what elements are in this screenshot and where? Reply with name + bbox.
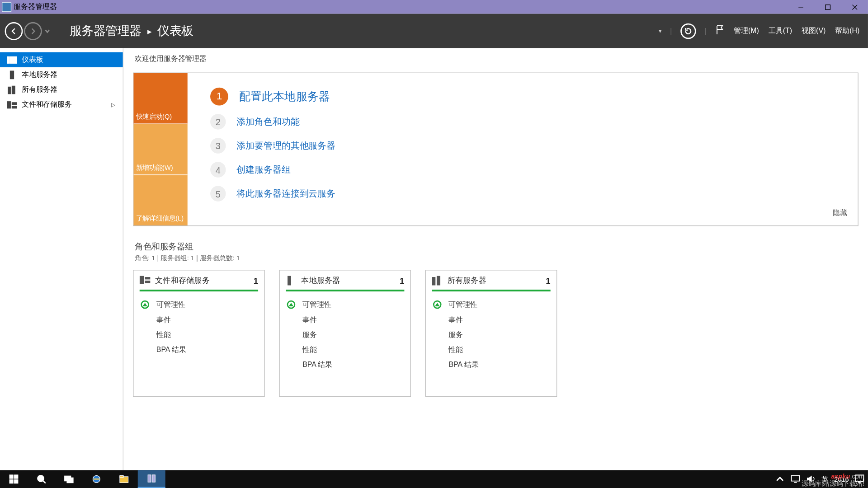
notifications-flag-icon[interactable] bbox=[715, 24, 726, 37]
header-dropdown-icon[interactable]: ▾ bbox=[659, 28, 662, 34]
card-row[interactable]: 服务 bbox=[432, 328, 550, 343]
step-label: 将此服务器连接到云服务 bbox=[236, 188, 335, 199]
nav-back-button[interactable] bbox=[5, 22, 23, 40]
svg-rect-7 bbox=[7, 101, 11, 108]
expand-icon[interactable]: ▷ bbox=[111, 102, 115, 108]
tray-ime[interactable]: 英 bbox=[821, 474, 828, 483]
step-number: 3 bbox=[210, 138, 226, 154]
search-button[interactable] bbox=[28, 470, 55, 488]
card-row[interactable]: 事件 bbox=[432, 312, 550, 327]
task-view-button[interactable] bbox=[55, 470, 83, 488]
role-card[interactable]: 本地服务器1可管理性事件服务性能BPA 结果 bbox=[279, 270, 411, 397]
step-configure-local[interactable]: 1 配置此本地服务器 bbox=[210, 88, 842, 106]
breadcrumb-separator-icon: ▸ bbox=[147, 26, 151, 36]
window-title: 服务器管理器 bbox=[14, 2, 787, 12]
hide-link[interactable]: 隐藏 bbox=[833, 208, 847, 218]
step-connect-cloud[interactable]: 5 将此服务器连接到云服务 bbox=[210, 186, 842, 202]
svg-rect-15 bbox=[437, 276, 440, 285]
status-icon bbox=[433, 315, 443, 324]
card-row[interactable]: 服务 bbox=[286, 328, 404, 343]
status-icon bbox=[141, 330, 150, 340]
sidebar-item-file-storage[interactable]: 文件和存储服务 ▷ bbox=[0, 97, 123, 112]
taskbar-ie-icon[interactable] bbox=[83, 470, 110, 488]
tray-up-icon[interactable] bbox=[775, 474, 784, 484]
refresh-button[interactable] bbox=[680, 23, 696, 39]
svg-rect-26 bbox=[148, 475, 151, 482]
taskbar-explorer-icon[interactable] bbox=[110, 470, 138, 488]
svg-rect-8 bbox=[12, 102, 17, 104]
tile-quickstart[interactable]: 快速启动(Q) bbox=[133, 73, 187, 124]
card-row[interactable]: BPA 结果 bbox=[286, 357, 404, 372]
tray-volume-icon[interactable] bbox=[806, 474, 816, 484]
card-row[interactable]: 事件 bbox=[286, 312, 404, 327]
tile-whatsnew[interactable]: 新增功能(W) bbox=[133, 124, 187, 175]
sidebar: 仪表板 本地服务器 所有服务器 文件和存储服务 ▷ bbox=[0, 48, 123, 470]
card-row[interactable]: 性能 bbox=[286, 343, 404, 357]
step-add-roles[interactable]: 2 添加角色和功能 bbox=[210, 114, 842, 130]
breadcrumb-app[interactable]: 服务器管理器 bbox=[70, 23, 142, 39]
svg-rect-12 bbox=[145, 281, 151, 283]
card-count: 1 bbox=[254, 276, 258, 285]
role-cards: 文件和存储服务1可管理性事件性能BPA 结果本地服务器1可管理性事件服务性能BP… bbox=[133, 270, 859, 397]
card-row[interactable]: 可管理性 bbox=[286, 297, 404, 312]
card-count: 1 bbox=[400, 276, 404, 285]
svg-rect-28 bbox=[791, 476, 799, 481]
step-create-group[interactable]: 4 创建服务器组 bbox=[210, 162, 842, 178]
menu-tools[interactable]: 工具(T) bbox=[769, 26, 792, 36]
welcome-steps: 1 配置此本地服务器 2 添加角色和功能 3 添加要管理的其他服务器 4 创建服… bbox=[188, 73, 858, 225]
menu-help[interactable]: 帮助(H) bbox=[835, 26, 859, 36]
taskbar-server-manager-icon[interactable] bbox=[138, 470, 165, 488]
status-icon bbox=[287, 300, 297, 310]
card-row[interactable]: 可管理性 bbox=[432, 297, 550, 312]
card-row[interactable]: 可管理性 bbox=[140, 297, 258, 312]
minimize-button[interactable] bbox=[787, 0, 814, 14]
card-row-label: 事件 bbox=[448, 315, 463, 325]
status-icon bbox=[141, 315, 150, 324]
role-card[interactable]: 所有服务器1可管理性事件服务性能BPA 结果 bbox=[425, 270, 557, 397]
window-titlebar: 服务器管理器 bbox=[0, 0, 868, 14]
svg-rect-14 bbox=[432, 277, 435, 286]
card-icon bbox=[140, 276, 151, 285]
card-title: 本地服务器 bbox=[301, 275, 340, 286]
menu-view[interactable]: 视图(V) bbox=[802, 26, 826, 36]
menu-manage[interactable]: 管理(M) bbox=[734, 26, 759, 36]
nav-forward-button[interactable] bbox=[24, 22, 42, 40]
card-row-label: 可管理性 bbox=[156, 300, 185, 310]
close-button[interactable] bbox=[841, 0, 868, 14]
start-button[interactable] bbox=[0, 470, 28, 488]
status-icon bbox=[433, 345, 443, 355]
breadcrumb-page[interactable]: 仪表板 bbox=[157, 23, 193, 39]
card-icon bbox=[286, 276, 297, 285]
role-card[interactable]: 文件和存储服务1可管理性事件性能BPA 结果 bbox=[133, 270, 265, 397]
tray-network-icon[interactable] bbox=[790, 474, 800, 484]
tray-date[interactable]: 2016 bbox=[834, 475, 849, 483]
roles-heading: 角色和服务器组 bbox=[135, 242, 859, 253]
header-divider: | bbox=[704, 27, 706, 35]
sidebar-item-local-server[interactable]: 本地服务器 bbox=[0, 67, 123, 82]
maximize-button[interactable] bbox=[814, 0, 841, 14]
svg-rect-16 bbox=[9, 475, 13, 479]
step-add-servers[interactable]: 3 添加要管理的其他服务器 bbox=[210, 138, 842, 154]
tray-notifications-icon[interactable] bbox=[855, 474, 864, 484]
card-row-label: 性能 bbox=[448, 345, 463, 355]
card-row[interactable]: 性能 bbox=[140, 328, 258, 343]
card-title: 文件和存储服务 bbox=[155, 275, 210, 286]
card-row[interactable]: 性能 bbox=[432, 343, 550, 357]
servers-icon bbox=[7, 85, 17, 94]
tile-learnmore[interactable]: 了解详细信息(L) bbox=[133, 175, 187, 225]
card-row-label: BPA 结果 bbox=[302, 360, 332, 370]
nav-history-dropdown[interactable] bbox=[43, 28, 52, 33]
sidebar-item-all-servers[interactable]: 所有服务器 bbox=[0, 82, 123, 97]
welcome-heading: 欢迎使用服务器管理器 bbox=[135, 54, 859, 64]
card-row[interactable]: BPA 结果 bbox=[432, 357, 550, 372]
card-row-label: 事件 bbox=[156, 315, 171, 325]
sidebar-item-dashboard[interactable]: 仪表板 bbox=[0, 52, 123, 67]
step-label: 添加角色和功能 bbox=[236, 116, 299, 127]
card-title: 所有服务器 bbox=[448, 275, 486, 286]
step-number: 5 bbox=[210, 186, 226, 202]
svg-rect-18 bbox=[9, 480, 13, 483]
svg-rect-11 bbox=[145, 277, 151, 279]
card-row[interactable]: BPA 结果 bbox=[140, 343, 258, 357]
card-row[interactable]: 事件 bbox=[140, 312, 258, 327]
card-header: 本地服务器1 bbox=[286, 275, 404, 291]
